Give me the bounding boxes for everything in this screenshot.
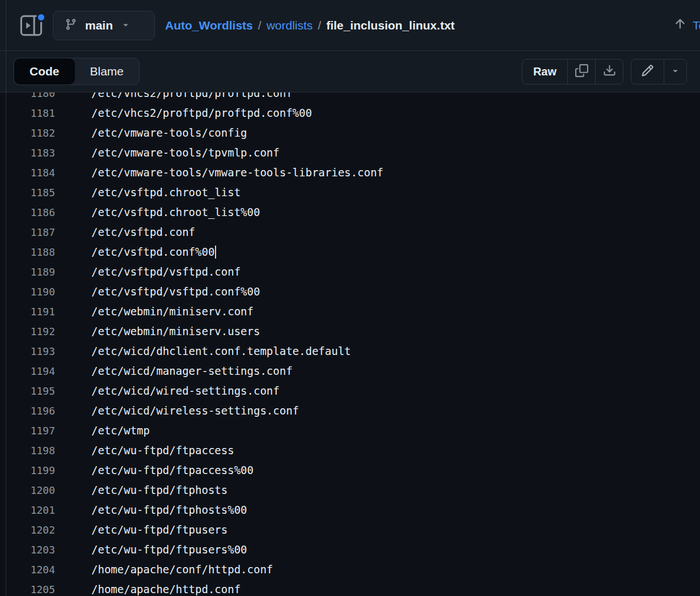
code-line-row: 1185/etc/vsftpd.chroot_list: [0, 183, 700, 202]
line-number[interactable]: 1200: [0, 480, 55, 500]
line-number[interactable]: 1192: [0, 322, 55, 341]
download-icon: [603, 64, 616, 79]
line-number[interactable]: 1180: [0, 92, 55, 103]
code-line-row: 1186/etc/vsftpd.chroot_list%00: [0, 202, 700, 222]
line-number[interactable]: 1204: [0, 560, 55, 580]
breadcrumb-separator: /: [258, 19, 262, 32]
line-number[interactable]: 1196: [0, 401, 55, 421]
chevron-down-icon: [121, 20, 130, 31]
line-content: /etc/wu-ftpd/ftpaccess%00: [91, 460, 254, 480]
line-content: /etc/vsftpd.conf%00: [91, 242, 216, 262]
code-line-row: 1205/home/apache/httpd.conf: [0, 580, 700, 595]
code-line-row: 1200/etc/wu-ftpd/ftphosts: [0, 480, 700, 500]
line-content: /etc/vsftpd/vsftpd.conf%00: [91, 282, 260, 302]
code-line-row: 1197/etc/wtmp: [0, 421, 700, 441]
line-content: /etc/wicd/wired-settings.conf: [91, 381, 280, 401]
line-content: /etc/wtmp: [91, 421, 150, 441]
line-number[interactable]: 1182: [0, 123, 55, 143]
copy-button[interactable]: [567, 60, 595, 84]
line-number[interactable]: 1181: [0, 103, 55, 123]
top-link-label: Top: [693, 19, 700, 32]
code-line-row: 1194/etc/wicd/manager-settings.conf: [0, 361, 700, 381]
copy-icon: [575, 64, 588, 79]
breadcrumb-separator: /: [318, 19, 321, 32]
line-number[interactable]: 1191: [0, 302, 55, 322]
code-line-row: 1187/etc/vsftpd.conf: [0, 222, 700, 242]
line-content: /etc/webmin/miniserv.conf: [91, 302, 254, 322]
code-view: 1180/etc/vhcs2/proftpd/proftpd.conf1181/…: [0, 92, 700, 595]
line-content: /etc/vsftpd/vsftpd.conf: [91, 262, 241, 282]
git-branch-icon: [65, 18, 77, 32]
edit-menu-caret-icon: [671, 66, 680, 77]
line-content: /etc/wicd/dhclient.conf.template.default: [91, 341, 351, 361]
panel-divider: [6, 0, 6, 596]
raw-button-group: Raw: [522, 59, 623, 84]
edit-menu-button[interactable]: [664, 60, 686, 84]
line-content: /etc/vmware-tools/tpvmlp.conf: [91, 143, 280, 163]
code-line-row: 1204/home/apache/conf/httpd.conf: [0, 560, 700, 580]
code-line-row: 1180/etc/vhcs2/proftpd/proftpd.conf: [0, 92, 700, 103]
line-number[interactable]: 1185: [0, 183, 55, 202]
download-button[interactable]: [595, 60, 623, 84]
arrow-up-icon: [673, 17, 687, 34]
line-content: /etc/wicd/wireless-settings.conf: [91, 401, 299, 421]
code-line-row: 1195/etc/wicd/wired-settings.conf: [0, 381, 700, 401]
line-number[interactable]: 1189: [0, 262, 55, 282]
toolbar-actions: Raw: [522, 59, 687, 84]
edit-button-group: [631, 59, 687, 84]
tab-code[interactable]: Code: [14, 58, 75, 84]
line-number[interactable]: 1198: [0, 441, 55, 460]
scroll-to-top-link[interactable]: Top: [673, 0, 700, 51]
code-line-row: 1199/etc/wu-ftpd/ftpaccess%00: [0, 460, 700, 480]
breadcrumb: Auto_Wordlists / wordlists / file_inclus…: [165, 19, 455, 32]
line-number[interactable]: 1195: [0, 381, 55, 401]
line-content: /etc/wu-ftpd/ftphosts%00: [91, 500, 247, 520]
line-number[interactable]: 1184: [0, 163, 55, 183]
tab-blame[interactable]: Blame: [75, 58, 140, 84]
line-number[interactable]: 1186: [0, 202, 55, 222]
code-line-row: 1196/etc/wicd/wireless-settings.conf: [0, 401, 700, 421]
file-toolbar: Code Blame Raw: [0, 51, 700, 92]
code-line-row: 1183/etc/vmware-tools/tpvmlp.conf: [0, 143, 700, 163]
line-number[interactable]: 1205: [0, 580, 55, 595]
line-number[interactable]: 1193: [0, 341, 55, 361]
line-number[interactable]: 1199: [0, 460, 55, 480]
code-line-row: 1188/etc/vsftpd.conf%00: [0, 242, 700, 262]
code-line-row: 1184/etc/vmware-tools/vmware-tools-libra…: [0, 163, 700, 183]
line-content: /etc/vmware-tools/config: [91, 123, 247, 143]
line-content: /etc/vhcs2/proftpd/proftpd.conf: [91, 92, 293, 103]
line-number[interactable]: 1183: [0, 143, 55, 163]
text-cursor: [215, 246, 216, 259]
line-content: /etc/wu-ftpd/ftphosts: [91, 480, 227, 500]
line-number[interactable]: 1202: [0, 520, 55, 540]
line-content: /etc/vsftpd.chroot_list: [91, 183, 241, 202]
breadcrumb-repo-link[interactable]: Auto_Wordlists: [165, 19, 253, 32]
code-line-row: 1181/etc/vhcs2/proftpd/proftpd.conf%00: [0, 103, 700, 123]
line-number[interactable]: 1194: [0, 361, 55, 381]
line-content: /etc/vsftpd.conf: [91, 222, 195, 242]
edit-button[interactable]: [631, 60, 664, 84]
line-number[interactable]: 1187: [0, 222, 55, 242]
breadcrumb-file-name: file_inclusion_linux.txt: [326, 19, 454, 32]
line-number[interactable]: 1197: [0, 421, 55, 441]
code-blame-tabs: Code Blame: [14, 58, 140, 85]
line-number[interactable]: 1201: [0, 500, 55, 520]
line-number[interactable]: 1190: [0, 282, 55, 302]
code-line-row: 1191/etc/webmin/miniserv.conf: [0, 302, 700, 322]
notification-dot: [36, 12, 46, 22]
code-rows: 1180/etc/vhcs2/proftpd/proftpd.conf1181/…: [0, 92, 700, 595]
pencil-icon: [641, 64, 654, 79]
line-number[interactable]: 1203: [0, 540, 55, 560]
raw-button[interactable]: Raw: [522, 60, 567, 84]
breadcrumb-folder-link[interactable]: wordlists: [267, 19, 313, 32]
line-content: /etc/vsftpd.chroot_list%00: [91, 202, 260, 222]
line-content: /etc/vhcs2/proftpd/proftpd.conf%00: [91, 103, 312, 123]
file-tree-toggle-button[interactable]: [19, 14, 44, 37]
line-content: /etc/wu-ftpd/ftpusers%00: [91, 540, 247, 560]
line-number[interactable]: 1188: [0, 242, 55, 262]
branch-name: main: [85, 19, 113, 32]
line-content: /etc/vmware-tools/vmware-tools-libraries…: [91, 163, 383, 183]
file-header-bar: main Auto_Wordlists / wordlists / file_i…: [0, 0, 700, 51]
code-line-row: 1182/etc/vmware-tools/config: [0, 123, 700, 143]
branch-selector-button[interactable]: main: [53, 11, 155, 40]
